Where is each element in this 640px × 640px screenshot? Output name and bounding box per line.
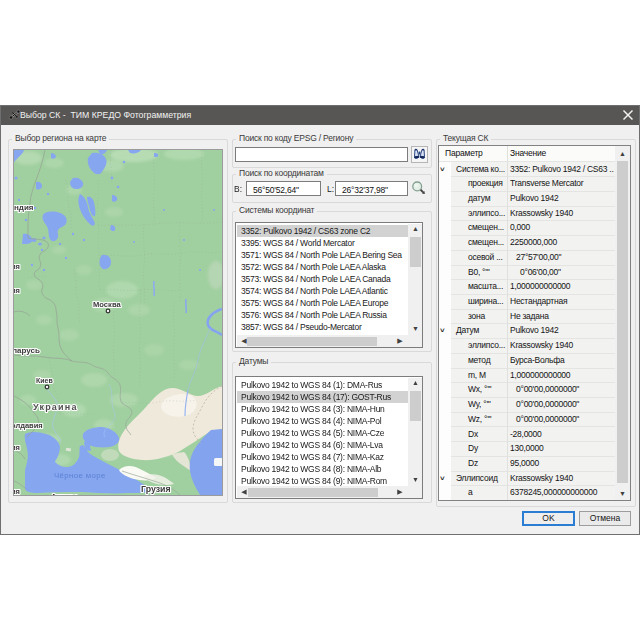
svg-text:олдавия: олдавия: [14, 421, 43, 430]
svg-text:ия: ия: [14, 262, 20, 271]
svg-text:Чёрное море: Чёрное море: [54, 471, 106, 480]
svg-text:ия: ия: [14, 443, 20, 452]
svg-text:ларусь: ларусь: [14, 346, 40, 355]
svg-text:ия: ия: [14, 286, 20, 295]
svg-text:Киев: Киев: [36, 377, 53, 384]
svg-text:Грузия: Грузия: [141, 484, 171, 494]
svg-text:ия: ия: [14, 487, 20, 495]
svg-text:Москва: Москва: [93, 300, 121, 309]
svg-text:Анкара: Анкара: [51, 492, 79, 495]
svg-text:Украина: Украина: [33, 402, 78, 412]
svg-text:ндия: ндия: [14, 203, 34, 212]
